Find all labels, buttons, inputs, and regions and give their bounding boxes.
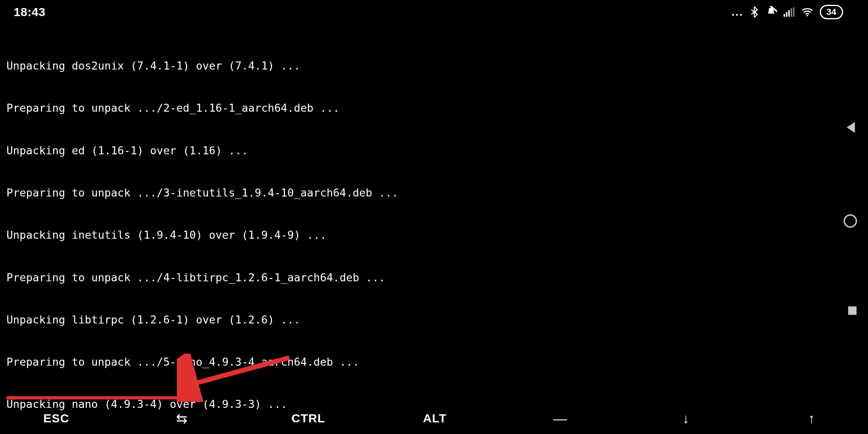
svg-point-10 <box>844 215 856 227</box>
wifi-icon <box>801 7 813 17</box>
nav-home-icon[interactable] <box>842 213 858 231</box>
svg-marker-9 <box>847 122 855 133</box>
cellular-signal-icon <box>784 7 795 17</box>
android-status-bar: 18:43 ... <box>0 0 857 24</box>
battery-indicator: 34 <box>820 5 843 19</box>
ctrl-key[interactable]: CTRL <box>291 411 325 425</box>
nav-back-icon[interactable] <box>845 121 858 137</box>
clock: 18:43 <box>14 5 45 19</box>
esc-key[interactable]: ESC <box>40 411 72 425</box>
terminal-line: Unpacking libtirpc (1.2.6-1) over (1.2.6… <box>6 313 754 327</box>
svg-rect-11 <box>848 307 857 315</box>
terminal-line: Preparing to unpack .../5-nano_4.9.3-4_a… <box>6 355 754 369</box>
nav-recents-icon[interactable] <box>846 305 858 319</box>
battery-percent: 34 <box>827 7 836 17</box>
dash-key[interactable]: — <box>545 411 577 426</box>
dnd-muted-icon <box>765 6 777 18</box>
terminal-line: Unpacking ed (1.16-1) over (1.16) ... <box>6 143 754 158</box>
bluetooth-icon <box>750 6 759 18</box>
up-arrow-key[interactable]: ↑ <box>796 411 828 426</box>
tab-key[interactable]: ⇆ <box>166 410 198 426</box>
alt-key[interactable]: ALT <box>419 411 451 425</box>
terminal-line: Preparing to unpack .../2-ed_1.16-1_aarc… <box>6 101 754 115</box>
terminal-line: Unpacking dos2unix (7.4.1-1) over (7.4.1… <box>6 59 754 73</box>
terminal-line: Preparing to unpack .../4-libtirpc_1.2.6… <box>6 270 754 285</box>
svg-rect-2 <box>786 12 787 17</box>
status-icons: ... <box>731 5 843 19</box>
terminal-line: Preparing to unpack .../3-inetutils_1.9.… <box>6 186 754 200</box>
svg-rect-4 <box>790 8 792 17</box>
more-icon: ... <box>731 6 743 18</box>
terminal-line: Unpacking inetutils (1.9.4-10) over (1.9… <box>6 228 754 242</box>
svg-point-6 <box>807 15 808 16</box>
svg-rect-1 <box>784 14 785 17</box>
annotation-underline <box>6 396 190 399</box>
svg-rect-5 <box>793 7 794 16</box>
terminal-output[interactable]: Unpacking dos2unix (7.4.1-1) over (7.4.1… <box>6 31 754 434</box>
down-arrow-key[interactable]: ↓ <box>670 411 702 426</box>
svg-rect-3 <box>788 10 790 16</box>
termux-extra-keys: ESC ⇆ CTRL ALT — ↓ ↑ <box>0 403 868 434</box>
